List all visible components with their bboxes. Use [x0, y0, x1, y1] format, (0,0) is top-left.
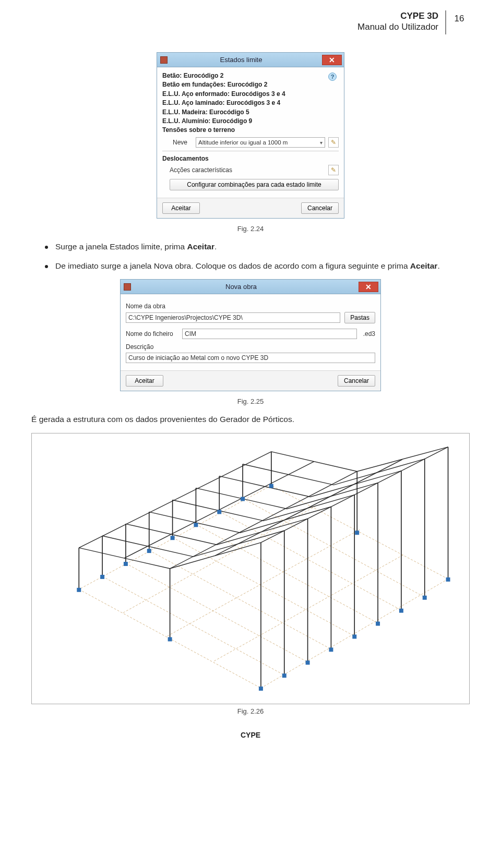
svg-line-4 — [102, 576, 284, 674]
svg-rect-55 — [241, 497, 245, 501]
config-combinations-button[interactable]: Configurar combinações para cada estado … — [170, 179, 339, 190]
figure-label-1: Fig. 2.24 — [31, 225, 470, 233]
svg-line-9 — [219, 511, 401, 610]
edit-icon[interactable]: ✎ — [328, 137, 339, 148]
line-aco-enf: E.L.U. Aço enformado: Eurocódigos 3 e 4 — [162, 90, 339, 99]
svg-line-10 — [243, 498, 425, 597]
line-betao-fund: Betão em fundações: Eurocódigo 2 — [162, 80, 339, 89]
nome-obra-input[interactable]: C:\CYPE Ingenieros\Projectos\CYPE 3D\ — [126, 312, 340, 323]
bullet-text: Surge a janela Estados limite, prima Ace… — [55, 241, 217, 252]
accept-button[interactable]: Aceitar — [126, 375, 163, 387]
close-icon[interactable]: ✕ — [359, 282, 378, 292]
app-icon — [124, 283, 131, 291]
bullet-icon — [45, 246, 48, 249]
svg-line-11 — [123, 506, 316, 612]
svg-rect-58 — [355, 531, 359, 535]
bullet-2: De imediato surge a janela Nova obra. Co… — [45, 260, 470, 272]
structure-svg — [32, 433, 469, 704]
neve-row: Neve Altitude inferior ou igual a 1000 m… — [173, 137, 339, 148]
svg-line-7 — [173, 537, 355, 636]
svg-rect-48 — [329, 647, 333, 652]
pastas-button[interactable]: Pastas — [344, 312, 375, 323]
line-tensoes: Tensões sobre o terreno — [162, 126, 339, 135]
svg-line-8 — [196, 524, 378, 623]
footer: CYPE — [31, 731, 470, 739]
svg-rect-50 — [352, 634, 356, 638]
header-title-1: CYPE 3D — [357, 10, 438, 21]
line-aluminio: E.L.U. Alumínio: Eurocódigo 9 — [162, 117, 339, 126]
nome-ficheiro-input[interactable]: CIM — [182, 329, 357, 339]
svg-line-18 — [215, 459, 402, 555]
figure-label-3: Fig. 2.26 — [31, 707, 470, 715]
divider — [162, 151, 339, 151]
descricao-label: Descrição — [126, 343, 375, 351]
line-betao: Betão: Eurocódigo 2 — [162, 71, 339, 80]
dialog-body: ? Betão: Eurocódigo 2 Betão em fundações… — [157, 67, 344, 198]
nome-ficheiro-row: Nome do ficheiro CIM .ed3 — [126, 329, 375, 339]
titlebar: Estados limite ✕ — [157, 53, 344, 67]
svg-rect-52 — [376, 621, 380, 625]
header-titles: CYPE 3D Manual do Utilizador — [357, 10, 438, 33]
header-divider — [445, 10, 446, 34]
line-aco-lam: E.L.U. Aço laminado: Eurocódigos 3 e 4 — [162, 99, 339, 107]
nome-ficheiro-label: Nome do ficheiro — [126, 330, 178, 337]
dialog-button-row: Aceitar Cancelar — [157, 198, 344, 218]
figure-label-2: Fig. 2.25 — [31, 397, 470, 405]
line-madeira: E.L.U. Madeira: Eurocódigo 5 — [162, 108, 339, 117]
svg-rect-47 — [147, 549, 151, 553]
neve-select[interactable]: Altitude inferior ou igual a 1000 m — [196, 137, 325, 148]
svg-rect-44 — [282, 673, 287, 678]
descricao-input[interactable]: Curso de iniciação ao Metal com o novo C… — [126, 353, 375, 363]
edit-icon[interactable]: ✎ — [328, 165, 339, 175]
dialog-title: Estados limite — [171, 56, 322, 64]
help-icon[interactable]: ? — [328, 73, 337, 81]
titlebar: Nova obra ✕ — [121, 280, 380, 294]
cancel-button[interactable]: Cancelar — [301, 202, 339, 214]
accoes-row: Acções características ✎ — [170, 165, 339, 175]
svg-rect-42 — [269, 484, 273, 488]
svg-rect-53 — [217, 510, 221, 514]
accoes-label: Acções características — [170, 166, 232, 174]
paragraph: É gerada a estrutura com os dados proven… — [31, 414, 470, 425]
page-number: 16 — [449, 14, 470, 24]
bullet-icon — [45, 265, 48, 268]
cancel-button[interactable]: Cancelar — [338, 375, 375, 387]
dialog-estados-limite: Estados limite ✕ ? Betão: Eurocódigo 2 B… — [157, 52, 344, 219]
bullet-text: De imediato surge a janela Nova obra. Co… — [55, 260, 440, 272]
accept-button[interactable]: Aceitar — [162, 202, 200, 214]
svg-rect-46 — [306, 660, 310, 665]
svg-rect-40 — [259, 686, 263, 691]
header-title-2: Manual do Utilizador — [357, 21, 438, 32]
svg-rect-45 — [124, 562, 128, 566]
page-header: CYPE 3D Manual do Utilizador 16 — [31, 10, 470, 42]
nome-obra-row: C:\CYPE Ingenieros\Projectos\CYPE 3D\ Pa… — [126, 312, 375, 323]
nome-obra-label: Nome da obra — [126, 303, 375, 310]
svg-rect-57 — [168, 637, 172, 641]
svg-rect-39 — [77, 587, 81, 592]
svg-line-2 — [271, 485, 448, 578]
dialog-nova-obra: Nova obra ✕ Nome da obra C:\CYPE Ingenie… — [120, 279, 381, 391]
svg-rect-56 — [423, 595, 427, 599]
close-icon[interactable]: ✕ — [322, 55, 342, 65]
bullet-1: Surge a janela Estados limite, prima Ace… — [45, 241, 470, 252]
file-extension: .ed3 — [363, 330, 375, 337]
svg-line-5 — [126, 563, 308, 662]
svg-rect-43 — [100, 574, 104, 578]
dialog-body: Nome da obra C:\CYPE Ingenieros\Projecto… — [121, 294, 380, 370]
svg-rect-49 — [171, 536, 175, 540]
neve-label: Neve — [173, 139, 193, 146]
app-icon — [160, 56, 168, 64]
deslocamentos-heading: Deslocamentos — [162, 154, 339, 163]
svg-rect-51 — [194, 523, 198, 527]
dialog-title: Nova obra — [134, 283, 359, 291]
svg-rect-41 — [446, 577, 450, 581]
dialog-button-row: Aceitar Cancelar — [121, 370, 380, 391]
structure-illustration — [31, 433, 470, 704]
svg-rect-54 — [399, 608, 403, 612]
